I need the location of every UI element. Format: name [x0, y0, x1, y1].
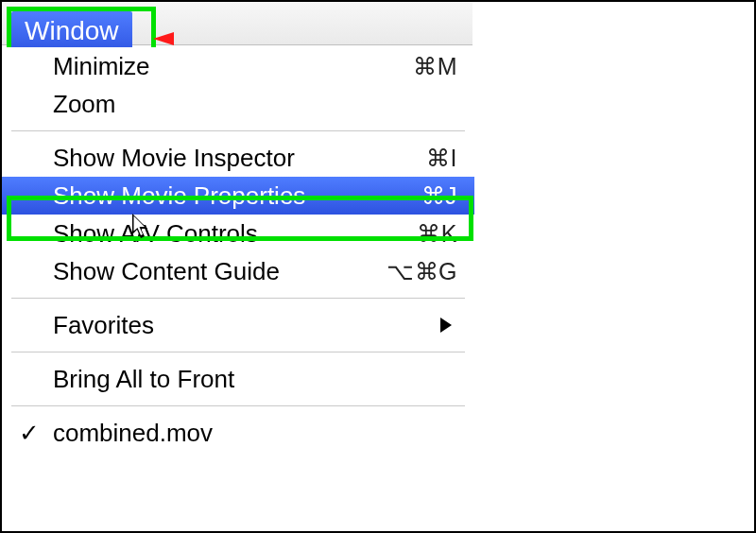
menu-item-bring-all-to-front[interactable]: Bring All to Front: [2, 360, 474, 398]
menu-item-label: Zoom: [53, 90, 457, 119]
menu-item-label: Favorites: [53, 311, 457, 340]
menu-item-window-combined[interactable]: ✓ combined.mov: [2, 414, 474, 452]
menu-item-show-content-guide[interactable]: Show Content Guide ⌥⌘G: [2, 252, 474, 290]
menu-item-zoom[interactable]: Zoom: [2, 85, 474, 123]
menu-item-label: Show Movie Properties: [53, 181, 421, 211]
menu-item-show-av-controls[interactable]: Show A/V Controls ⌘K: [2, 215, 474, 252]
menu-item-shortcut: ⌘M: [413, 53, 457, 80]
menu-item-label: Bring All to Front: [53, 365, 457, 394]
menu-item-minimize[interactable]: Minimize ⌘M: [2, 47, 474, 85]
submenu-arrow-icon: [440, 318, 452, 333]
checkmark-icon: ✓: [19, 419, 40, 448]
menu-item-favorites[interactable]: Favorites: [2, 306, 474, 344]
menu-item-label: Show Movie Inspector: [53, 144, 426, 173]
menu-item-label: Show Content Guide: [53, 257, 387, 286]
menu-item-show-movie-inspector[interactable]: Show Movie Inspector ⌘I: [2, 139, 474, 177]
menu-separator: [11, 298, 465, 299]
menu-item-shortcut: ⌘I: [426, 145, 457, 172]
menu-item-shortcut: ⌥⌘G: [387, 258, 457, 285]
menu-item-label: combined.mov: [53, 419, 457, 448]
menu-item-label: Minimize: [53, 52, 413, 81]
menu-item-shortcut: ⌘K: [417, 220, 457, 248]
menu-separator: [11, 352, 465, 352]
menu-item-show-movie-properties[interactable]: Show Movie Properties ⌘J: [2, 177, 474, 215]
menu-item-label: Show A/V Controls: [53, 219, 417, 249]
menu-item-shortcut: ⌘J: [421, 182, 458, 210]
menu-separator: [11, 405, 465, 406]
window-menu-dropdown: Minimize ⌘M Zoom Show Movie Inspector ⌘I…: [2, 47, 474, 452]
menu-separator: [11, 130, 465, 131]
